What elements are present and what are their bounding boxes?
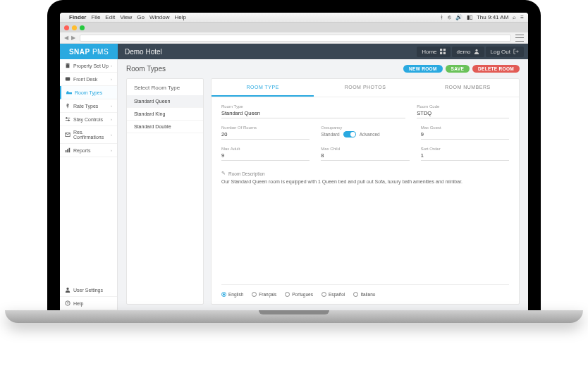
lang-label: Español bbox=[329, 292, 345, 297]
lang-label: English bbox=[228, 292, 243, 297]
delete-room-button[interactable]: DELETE ROOM bbox=[472, 65, 520, 73]
num-rooms-input[interactable]: 20 bbox=[221, 131, 310, 140]
radio-icon bbox=[353, 292, 358, 297]
home-button[interactable]: Home bbox=[417, 47, 450, 57]
mac-menu-view[interactable]: View bbox=[120, 14, 132, 20]
browser-menu-icon[interactable] bbox=[515, 35, 524, 42]
occupancy-label: Occupancy bbox=[321, 126, 409, 130]
sort-order-label: Sort Order bbox=[421, 147, 509, 151]
sidebar-item-res-confirmations[interactable]: Res. Confirmations › bbox=[60, 126, 117, 144]
logo-strong: SNAP bbox=[69, 48, 90, 56]
room-type-form-panel: ROOM TYPE ROOM PHOTOS ROOM NUMBERS Room … bbox=[211, 78, 520, 305]
lang-option-francais[interactable]: Français bbox=[252, 292, 276, 297]
sidebar-item-user-settings[interactable]: User Settings bbox=[60, 283, 117, 297]
app-logo: SNAP PMS bbox=[60, 44, 118, 59]
max-child-input[interactable]: 8 bbox=[321, 152, 409, 161]
sidebar-item-front-desk[interactable]: Front Desk › bbox=[60, 73, 117, 86]
svg-rect-2 bbox=[440, 52, 442, 54]
lang-option-italiano[interactable]: Italiano bbox=[353, 292, 375, 297]
hotel-name: Demo Hotel bbox=[118, 48, 417, 56]
building-icon bbox=[65, 63, 71, 68]
chevron-right-icon: › bbox=[111, 148, 112, 152]
radio-icon bbox=[221, 292, 226, 297]
volume-icon: 🔊 bbox=[455, 14, 463, 20]
lang-option-english[interactable]: English bbox=[221, 292, 243, 297]
sidebar-item-help[interactable]: Help bbox=[60, 297, 117, 310]
user-menu-button[interactable]: demo bbox=[452, 47, 484, 57]
svg-rect-6 bbox=[66, 64, 67, 65]
sidebar-item-rate-types[interactable]: Rate Types › bbox=[60, 99, 117, 113]
radio-icon bbox=[252, 292, 257, 297]
window-controls[interactable] bbox=[64, 25, 85, 30]
svg-rect-0 bbox=[440, 49, 442, 51]
lang-label: Portugues bbox=[292, 292, 313, 297]
tab-room-type[interactable]: ROOM TYPE bbox=[212, 79, 314, 97]
nav-forward-icon[interactable]: ▶ bbox=[71, 35, 75, 41]
room-type-input[interactable]: Standard Queen bbox=[221, 110, 405, 118]
bluetooth-icon: ᚼ bbox=[440, 14, 443, 20]
svg-rect-5 bbox=[66, 63, 70, 68]
svg-point-4 bbox=[475, 49, 477, 51]
mac-menu-help[interactable]: Help bbox=[174, 14, 185, 20]
mac-menubar: Finder File Edit View Go Window Help ᚼ ⎋… bbox=[60, 13, 528, 23]
mac-menu-finder[interactable]: Finder bbox=[69, 14, 86, 20]
max-guest-label: Max Guest bbox=[421, 126, 509, 130]
home-label: Home bbox=[422, 49, 436, 55]
room-type-label: Room Type bbox=[221, 104, 405, 109]
edit-icon[interactable]: ✎ bbox=[221, 171, 226, 176]
select-room-type-panel: Select Room Type Standard Queen Standard… bbox=[126, 78, 204, 305]
search-icon[interactable]: ⌕ bbox=[513, 14, 516, 20]
new-room-button[interactable]: NEW ROOM bbox=[403, 65, 443, 73]
mac-menu-edit[interactable]: Edit bbox=[105, 14, 115, 20]
svg-rect-8 bbox=[66, 78, 70, 81]
page-title: Room Types bbox=[126, 65, 166, 73]
mail-icon bbox=[65, 132, 71, 137]
mac-menu-file[interactable]: File bbox=[91, 14, 100, 20]
room-code-input[interactable]: STDQ bbox=[417, 110, 509, 118]
sort-order-input[interactable]: 1 bbox=[421, 152, 509, 161]
sidebar-item-property-setup[interactable]: Property Set Up › bbox=[60, 59, 117, 73]
room-type-item[interactable]: Standard Queen bbox=[127, 95, 203, 108]
user-label: demo bbox=[457, 49, 471, 55]
nav-back-icon[interactable]: ◀ bbox=[64, 35, 68, 41]
room-type-item[interactable]: Standard King bbox=[127, 108, 203, 121]
lang-option-portugues[interactable]: Portugues bbox=[285, 292, 313, 297]
url-input[interactable] bbox=[80, 35, 511, 42]
num-rooms-label: Number Of Rooms bbox=[221, 126, 310, 130]
tab-room-numbers[interactable]: ROOM NUMBERS bbox=[417, 79, 519, 97]
occupancy-advanced-label: Advanced bbox=[360, 132, 380, 137]
sidebar: Property Set Up › Front Desk › Room Type… bbox=[60, 59, 118, 310]
svg-point-11 bbox=[66, 118, 68, 119]
sidebar-item-reports[interactable]: Reports › bbox=[60, 144, 117, 157]
sidebar-item-label: Rate Types bbox=[73, 104, 98, 109]
chart-icon bbox=[65, 147, 71, 153]
close-window-icon[interactable] bbox=[64, 25, 69, 30]
max-guest-input[interactable]: 9 bbox=[421, 131, 509, 140]
description-text[interactable]: Our Standard Queen room is equipped with… bbox=[221, 179, 509, 184]
max-adult-input[interactable]: 9 bbox=[221, 152, 310, 161]
save-button[interactable]: SAVE bbox=[446, 65, 470, 73]
mac-menu-go[interactable]: Go bbox=[137, 14, 145, 20]
lang-option-espanol[interactable]: Español bbox=[321, 292, 345, 297]
chevron-right-icon: › bbox=[111, 133, 112, 137]
svg-rect-3 bbox=[443, 52, 445, 54]
sidebar-item-stay-controls[interactable]: Stay Controls › bbox=[60, 113, 117, 126]
menu-icon[interactable]: ≡ bbox=[520, 14, 524, 20]
svg-rect-16 bbox=[69, 148, 71, 152]
maximize-window-icon[interactable] bbox=[80, 25, 85, 30]
occupancy-toggle[interactable] bbox=[343, 131, 356, 137]
battery-icon: ▮▯ bbox=[467, 14, 472, 20]
sidebar-item-label: Front Desk bbox=[73, 77, 97, 82]
mac-menu-window[interactable]: Window bbox=[149, 14, 169, 20]
occupancy-standard-label: Standard bbox=[321, 132, 339, 137]
chevron-right-icon: › bbox=[111, 117, 112, 121]
room-type-item[interactable]: Standard Double bbox=[127, 121, 203, 133]
sidebar-item-label: Room Types bbox=[75, 90, 102, 95]
sidebar-item-room-types[interactable]: Room Types bbox=[60, 86, 117, 99]
desk-icon bbox=[65, 76, 71, 82]
tab-room-photos[interactable]: ROOM PHOTOS bbox=[314, 79, 416, 97]
minimize-window-icon[interactable] bbox=[72, 25, 77, 30]
logout-button[interactable]: Log Out bbox=[486, 47, 524, 57]
sidebar-item-label: Reports bbox=[73, 148, 91, 153]
language-selector: English Français Portugues Español Itali… bbox=[221, 284, 509, 297]
